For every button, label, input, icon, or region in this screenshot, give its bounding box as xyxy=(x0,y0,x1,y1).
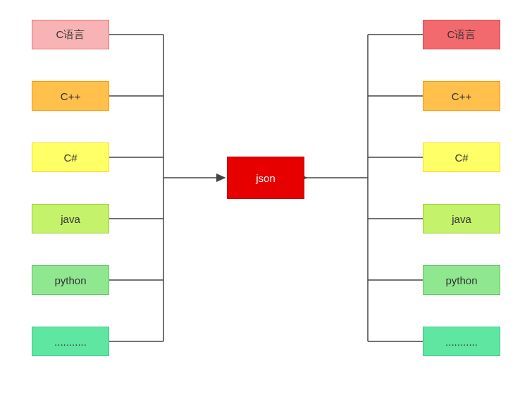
left-node-0: C语言 xyxy=(32,20,109,49)
right-node-label-1: C++ xyxy=(452,90,471,102)
left-node-label-4: python xyxy=(54,274,86,286)
right-node-5: ........... xyxy=(423,327,500,356)
left-node-label-0: C语言 xyxy=(56,28,85,42)
right-node-label-2: C# xyxy=(454,152,468,164)
left-node-1: C++ xyxy=(32,81,109,111)
right-node-4: python xyxy=(423,265,500,295)
right-node-2: C# xyxy=(423,142,500,172)
left-node-label-2: C# xyxy=(63,152,77,164)
left-node-label-5: ........... xyxy=(54,336,87,348)
left-node-2: C# xyxy=(32,142,109,172)
right-node-1: C++ xyxy=(423,81,500,111)
left-node-4: python xyxy=(32,265,109,295)
right-node-label-4: python xyxy=(445,274,477,286)
left-node-3: java xyxy=(32,204,109,233)
center-node: json xyxy=(227,157,304,199)
right-node-label-3: java xyxy=(452,213,471,225)
right-node-label-5: ........... xyxy=(445,336,478,348)
left-node-label-1: C++ xyxy=(61,90,80,102)
left-node-label-3: java xyxy=(61,213,80,225)
left-node-5: ........... xyxy=(32,327,109,356)
right-node-3: java xyxy=(423,204,500,233)
right-node-label-0: C语言 xyxy=(447,28,476,42)
right-node-0: C语言 xyxy=(423,20,500,49)
center-node-label: json xyxy=(256,172,276,184)
